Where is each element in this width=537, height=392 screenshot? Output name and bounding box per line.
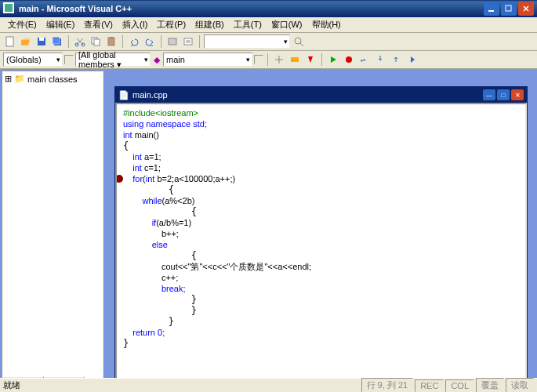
run-cursor-button[interactable] — [405, 53, 419, 67]
child-max[interactable]: □ — [497, 89, 510, 100]
status-read: 读取 — [506, 378, 534, 392]
step-into-button[interactable] — [373, 53, 387, 67]
menu-bar: 文件(E) 编辑(E) 查看(V) 插入(I) 工程(P) 组建(B) 工具(T… — [0, 17, 537, 33]
svg-rect-15 — [169, 38, 176, 45]
svg-point-19 — [346, 56, 352, 63]
svg-rect-2 — [488, 10, 494, 12]
status-pos: 行 9, 列 21 — [361, 378, 414, 392]
plus-icon: ⊞ — [5, 74, 12, 84]
stop-button[interactable] — [303, 53, 317, 67]
maximize-button[interactable] — [501, 2, 517, 16]
svg-rect-18 — [291, 57, 299, 62]
side-btn-2[interactable] — [254, 55, 263, 64]
code-window: 📄 main.cpp — □ ✕ #include<iostream> usin… — [114, 86, 528, 389]
tree-root[interactable]: ⊞ 📁 main classes — [4, 73, 101, 85]
menu-edit[interactable]: 编辑(E) — [42, 17, 80, 32]
mdi-area: 📄 main.cpp — □ ✕ #include<iostream> usin… — [105, 69, 537, 392]
window-title: main - Microsoft Visual C++ — [19, 4, 484, 13]
svg-rect-14 — [110, 37, 113, 38]
svg-rect-3 — [506, 5, 511, 11]
code-titlebar[interactable]: 📄 main.cpp — □ ✕ — [115, 87, 527, 103]
menu-window[interactable]: 窗口(W) — [267, 17, 307, 32]
menu-insert[interactable]: 插入(I) — [118, 17, 152, 32]
members-combo[interactable]: [All global members ▾ — [75, 53, 151, 67]
open-button[interactable] — [19, 34, 33, 49]
class-tree[interactable]: ⊞ 📁 main classes — [2, 71, 103, 376]
undo-button[interactable] — [127, 34, 141, 49]
code-title: main.cpp — [132, 90, 481, 100]
step-over-button[interactable] — [357, 53, 372, 67]
folder-icon: 📁 — [14, 74, 25, 84]
toolbar-combo: (Globals) [All global members ▾ ◆ main — [0, 51, 537, 69]
new-button[interactable] — [3, 34, 17, 49]
status-rec: REC — [415, 379, 444, 392]
cut-button[interactable] — [73, 34, 87, 49]
output-button[interactable] — [181, 34, 195, 49]
workspace: ⊞ 📁 main classes ClassV... FileView 📄 ma… — [0, 69, 537, 392]
minimize-button[interactable] — [484, 2, 499, 16]
svg-point-17 — [295, 38, 301, 44]
copy-button[interactable] — [89, 34, 103, 49]
status-bar: 就绪 行 9, 列 21 REC COL 覆盖 读取 — [0, 378, 537, 392]
go-button[interactable] — [326, 53, 340, 67]
child-min[interactable]: — — [483, 89, 495, 100]
paste-button[interactable] — [104, 34, 118, 49]
close-button[interactable] — [518, 2, 534, 16]
svg-rect-13 — [108, 38, 114, 45]
side-panel: ⊞ 📁 main classes ClassV... FileView — [2, 71, 103, 390]
func-combo[interactable]: main — [163, 53, 252, 67]
step-out-button[interactable] — [389, 53, 403, 67]
main-titlebar: main - Microsoft Visual C++ — [0, 0, 537, 17]
status-ovr: 覆盖 — [476, 378, 504, 392]
status-col: COL — [445, 379, 474, 392]
breakpoint-icon[interactable] — [115, 175, 123, 183]
find-combo[interactable] — [204, 34, 290, 49]
menu-view[interactable]: 查看(V) — [79, 17, 118, 32]
window-buttons — [484, 2, 534, 16]
find-button[interactable] — [292, 34, 306, 49]
menu-project[interactable]: 工程(P) — [152, 17, 190, 32]
menu-help[interactable]: 帮助(H) — [307, 17, 346, 32]
svg-rect-4 — [6, 37, 13, 46]
toolbar-main — [0, 33, 537, 51]
side-btn-1[interactable] — [64, 55, 74, 64]
menu-file[interactable]: 文件(E) — [3, 17, 42, 32]
menu-tools[interactable]: 工具(T) — [229, 17, 267, 32]
redo-button[interactable] — [143, 34, 157, 49]
child-close[interactable]: ✕ — [511, 89, 524, 100]
doc-icon: 📄 — [118, 90, 129, 100]
app-icon — [3, 2, 16, 15]
save-button[interactable] — [34, 34, 49, 49]
svg-rect-8 — [53, 37, 60, 44]
build-button[interactable] — [288, 53, 302, 67]
svg-rect-12 — [94, 39, 100, 45]
svg-rect-1 — [5, 4, 13, 12]
tree-label: main classes — [27, 74, 78, 84]
globals-combo[interactable]: (Globals) — [3, 53, 63, 67]
status-text: 就绪 — [3, 379, 360, 391]
compile-button[interactable] — [272, 53, 286, 67]
saveall-button[interactable] — [50, 34, 64, 49]
menu-build[interactable]: 组建(B) — [190, 17, 229, 32]
code-editor[interactable]: #include<iostream> using namespace std; … — [115, 103, 527, 388]
breakpoint-button[interactable] — [342, 53, 356, 67]
workspace-button[interactable] — [165, 34, 180, 49]
svg-rect-16 — [184, 38, 192, 45]
svg-rect-6 — [39, 38, 44, 41]
